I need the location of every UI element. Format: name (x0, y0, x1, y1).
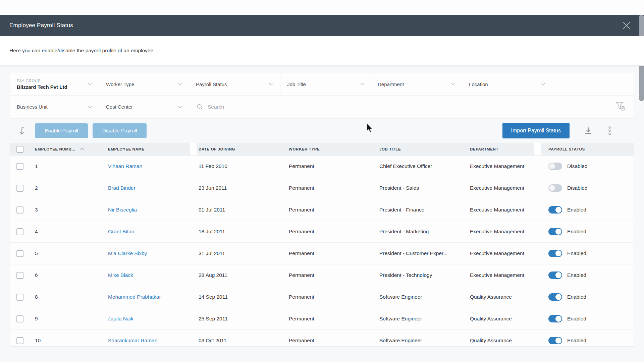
chevron-down-icon (178, 81, 182, 85)
department-cell: Quality Assurance (465, 286, 534, 308)
sticky-column-divider (534, 243, 541, 264)
employee-name-link[interactable]: Mike Black (108, 272, 133, 278)
close-button[interactable] (622, 21, 631, 30)
payroll-status-label: Enabled (567, 294, 586, 300)
worker-type-cell: Permanent (284, 199, 374, 221)
filter-pay-group[interactable]: PAY GROUP Blizzard Tech Pvt Ltd (10, 73, 99, 95)
filter-worker-type[interactable]: Worker Type (99, 73, 189, 95)
payroll-status-label: Disabled (567, 163, 587, 169)
worker-type-label: Worker Type (106, 81, 134, 87)
row-checkbox[interactable] (16, 163, 23, 170)
filter-location[interactable]: Location (462, 73, 552, 95)
column-header-employee-name[interactable]: EMPLOYEE NAME (106, 143, 190, 155)
row-checkbox[interactable] (16, 250, 23, 257)
sticky-column-divider (534, 199, 541, 221)
column-header-employee-number[interactable]: EMPLOYEE NUMB... (32, 143, 106, 155)
employee-name-link[interactable]: Sharankumar Raman (108, 338, 157, 344)
payroll-toggle[interactable] (548, 184, 562, 192)
employee-number-cell: 10 (32, 330, 106, 347)
payroll-status-cell: Disabled (541, 156, 634, 177)
sticky-column-divider (534, 264, 541, 286)
subtitle-text: Here you can enable/disable the payroll … (9, 48, 155, 54)
sort-descending-icon[interactable] (19, 126, 28, 136)
row-checkbox[interactable] (16, 272, 23, 279)
sticky-column-divider (190, 156, 197, 177)
payroll-toggle[interactable] (548, 163, 562, 170)
payroll-status-label: Disabled (567, 185, 587, 191)
toggle-knob (555, 338, 561, 344)
filter-department[interactable]: Department (371, 73, 462, 95)
payroll-status-cell: Enabled (541, 308, 634, 329)
payroll-toggle[interactable] (548, 206, 562, 214)
date-of-joining-cell: 18 Jul 2011 (197, 221, 284, 242)
toggle-knob (549, 185, 555, 191)
job-title-label: Job Title (287, 81, 306, 87)
row-checkbox[interactable] (16, 294, 23, 301)
column-header-payroll-status[interactable]: PAYROLL STATUS (541, 143, 634, 155)
payroll-toggle[interactable] (548, 228, 562, 235)
row-checkbox[interactable] (16, 337, 23, 344)
employee-name-link[interactable]: Brad Binder (108, 185, 136, 191)
payroll-status-label: Payroll Status (196, 81, 227, 87)
row-checkbox[interactable] (16, 228, 23, 235)
row-checkbox[interactable] (16, 185, 23, 192)
modal-content: PAY GROUP Blizzard Tech Pvt Ltd Worker T… (0, 66, 644, 362)
filter-job-title[interactable]: Job Title (280, 73, 371, 95)
column-header-department[interactable]: DEPARTMENT (465, 143, 534, 155)
payroll-toggle[interactable] (548, 250, 562, 257)
employee-name-link[interactable]: Nir Bisceglia (108, 207, 137, 213)
sticky-column-divider (534, 286, 541, 308)
table-row: 5 Mia Clarke Bixby 31 Jul 2011 Permanent… (10, 243, 634, 264)
table-row: 9 Jajula Naik 25 Sep 2011 Permanent Soft… (10, 308, 634, 330)
chevron-down-icon (178, 104, 182, 108)
employee-name-link[interactable]: Vihaan Raman (108, 163, 142, 169)
department-cell: Executive Management (465, 264, 534, 286)
cost-center-label: Cost Center (106, 104, 133, 110)
column-header-job-title[interactable]: JOB TITLE (374, 143, 465, 155)
import-payroll-status-button[interactable]: Import Payroll Status (502, 123, 570, 138)
enable-payroll-button[interactable]: Enable Payroll (35, 123, 88, 138)
payroll-toggle[interactable] (548, 272, 562, 279)
department-cell: Executive Management (465, 243, 534, 264)
date-of-joining-cell: 28 Aug 2011 (197, 264, 284, 286)
select-all-checkbox[interactable] (16, 146, 23, 153)
toggle-knob (555, 272, 561, 278)
filter-business-unit[interactable]: Business Unit (10, 96, 99, 118)
employee-name-link[interactable]: Jajula Naik (108, 316, 133, 322)
toggle-knob (555, 207, 561, 213)
toggle-knob (549, 163, 555, 169)
modal-header: Employee Payroll Status (0, 15, 644, 36)
payroll-status-label: Enabled (567, 316, 586, 322)
filter-payroll-status[interactable]: Payroll Status (189, 73, 280, 95)
employee-name-link[interactable]: Mohammed Prabhakar (108, 294, 161, 300)
kebab-menu-icon[interactable] (608, 126, 611, 135)
department-cell: Quality Assurance (465, 308, 534, 329)
sticky-column-divider (534, 156, 541, 177)
employee-name-link[interactable]: Mia Clarke Bixby (108, 250, 147, 256)
table-row: 1 Vihaan Raman 11 Feb 2010 Permanent Chi… (10, 156, 634, 177)
department-cell: Executive Management (465, 156, 534, 177)
payroll-toggle[interactable] (548, 337, 562, 344)
payroll-toggle[interactable] (548, 315, 562, 322)
row-checkbox[interactable] (16, 315, 23, 322)
download-icon[interactable] (584, 126, 593, 135)
date-of-joining-cell: 25 Sep 2011 (197, 308, 284, 329)
sticky-column-divider (534, 143, 541, 155)
payroll-status-cell: Enabled (541, 330, 634, 347)
row-checkbox[interactable] (16, 206, 23, 214)
payroll-status-cell: Enabled (541, 243, 634, 264)
payroll-toggle[interactable] (548, 293, 562, 301)
toggle-knob (555, 294, 561, 300)
column-header-worker-type[interactable]: WORKER TYPE (284, 143, 374, 155)
disable-payroll-button[interactable]: Disable Payroll (93, 123, 147, 138)
column-header-date-of-joining[interactable]: DATE OF JOINING (197, 143, 284, 155)
search-input[interactable] (208, 104, 577, 110)
department-cell: Executive Management (465, 221, 534, 242)
search-cell (189, 96, 634, 118)
department-cell: Executive Management (465, 177, 534, 199)
filter-cost-center[interactable]: Cost Center (99, 96, 189, 118)
worker-type-cell: Permanent (284, 243, 374, 264)
location-label: Location (469, 81, 488, 87)
employee-name-link[interactable]: Grant Bitan (108, 229, 134, 235)
clear-filters-button[interactable] (615, 101, 626, 113)
